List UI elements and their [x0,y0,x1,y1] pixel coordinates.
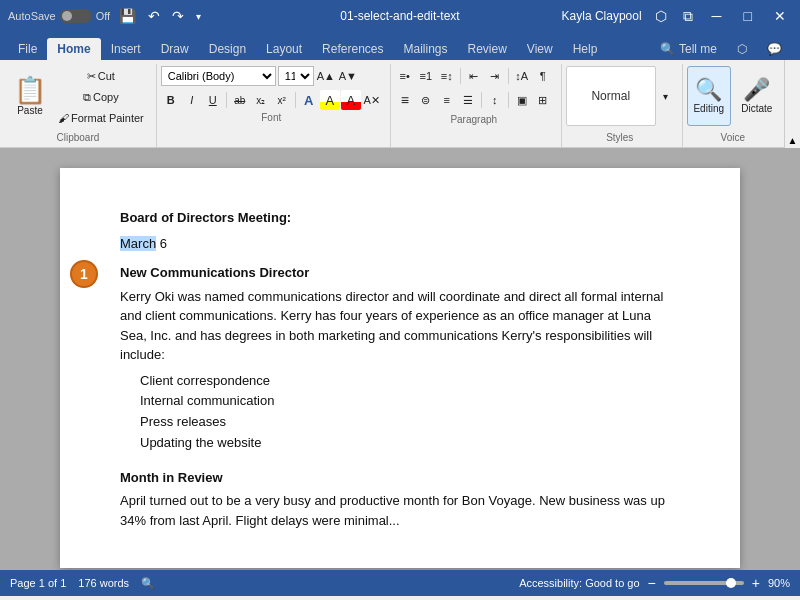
font-size-select[interactable]: 11 [278,66,314,86]
multilevel-list-button[interactable]: ≡↕ [437,66,457,86]
increase-font-button[interactable]: A▲ [316,66,336,86]
paragraph-controls: ≡• ≡1 ≡↕ ⇤ ⇥ ↕A ¶ ≡ ⊜ ≡ ☰ ↕ [395,66,553,112]
bullets-button[interactable]: ≡• [395,66,415,86]
document-list-item-2: Internal communication [120,391,680,412]
document[interactable]: 1 Board of Directors Meeting: March 6 Ne… [60,168,740,568]
document-subheading1: New Communications Director [120,263,680,283]
highlight-button[interactable]: A [320,90,340,110]
annotation-bubble: 1 [70,260,98,288]
editing-button[interactable]: 🔍 Editing [687,66,731,126]
tab-comments[interactable]: 💬 [757,38,792,60]
zoom-level[interactable]: 90% [768,577,790,589]
superscript-button[interactable]: x² [272,90,292,110]
zoom-in-button[interactable]: + [752,575,760,591]
paste-button[interactable]: 📋 Paste [8,66,52,126]
styles-box-area: Normal [566,66,656,126]
tab-insert[interactable]: Insert [101,38,151,60]
ribbon-group-styles: Normal ▾ Styles [562,64,683,147]
tab-references[interactable]: References [312,38,393,60]
tab-help[interactable]: Help [563,38,608,60]
status-right: Accessibility: Good to go − + 90% [519,575,790,591]
dictate-icon: 🎤 [743,79,770,101]
subscript-button[interactable]: x₂ [251,90,271,110]
autosave-toggle[interactable] [60,9,92,23]
search-icon: 🔍 [660,42,675,56]
shading-button[interactable]: ▣ [512,90,532,110]
styles-gallery[interactable]: Normal [566,66,656,126]
undo-icon[interactable]: ↶ [145,6,163,26]
align-left-button[interactable]: ≡ [395,90,415,110]
document-subheading2: Month in Review [120,468,680,488]
ribbon-wrapper: 📋 Paste ✂ Cut ⧉ Copy 🖌 Format Painter Cl… [0,60,800,148]
font-format-row: B I U ab x₂ x² A A A A✕ [161,90,382,110]
document-container: 1 Board of Directors Meeting: March 6 Ne… [0,148,800,570]
numbering-button[interactable]: ≡1 [416,66,436,86]
zoom-out-button[interactable]: − [648,575,656,591]
chevron-up-icon: ▲ [788,135,798,146]
sort-button[interactable]: ↕A [512,66,532,86]
tab-home[interactable]: Home [47,38,100,60]
decrease-indent-button[interactable]: ⇤ [464,66,484,86]
copy-button[interactable]: ⧉ Copy [54,87,148,107]
decrease-font-button[interactable]: A▼ [338,66,358,86]
styles-label: Styles [566,132,674,145]
restore-icon[interactable]: ⧉ [680,6,696,27]
cut-button[interactable]: ✂ Cut [54,66,148,86]
normal-style-label: Normal [591,89,630,103]
tab-file[interactable]: File [8,38,47,60]
tab-design[interactable]: Design [199,38,256,60]
tab-share[interactable]: ⬡ [727,38,757,60]
font-color-button[interactable]: A [341,90,361,110]
document-para2: April turned out to be a very busy and p… [120,491,680,530]
editing-icon: 🔍 [695,79,722,101]
tab-layout[interactable]: Layout [256,38,312,60]
save-icon[interactable]: 💾 [116,6,139,26]
bold-button[interactable]: B [161,90,181,110]
close-button[interactable]: ✕ [768,6,792,26]
autosave-state: Off [96,10,110,22]
italic-button[interactable]: I [182,90,202,110]
tab-view[interactable]: View [517,38,563,60]
sep2 [295,92,296,108]
voice-content: 🔍 Editing 🎤 Dictate [687,66,779,130]
maximize-button[interactable]: □ [738,6,758,26]
document-date: March 6 [120,234,680,254]
tab-tell-me[interactable]: 🔍 Tell me [650,38,727,60]
strikethrough-button[interactable]: ab [230,90,250,110]
format-painter-button[interactable]: 🖌 Format Painter [54,108,148,128]
text-effects-button[interactable]: A [299,90,319,110]
align-center-button[interactable]: ⊜ [416,90,436,110]
tab-draw[interactable]: Draw [151,38,199,60]
styles-launcher-button[interactable]: ▾ [658,66,674,126]
ribbon-tabs: File Home Insert Draw Design Layout Refe… [0,32,800,60]
ribbon: 📋 Paste ✂ Cut ⧉ Copy 🖌 Format Painter Cl… [0,60,800,148]
dropdown-icon[interactable]: ▾ [193,9,204,24]
share-icon[interactable]: ⬡ [652,6,670,26]
redo-icon[interactable]: ↷ [169,6,187,26]
align-right-button[interactable]: ≡ [437,90,457,110]
word-count: 176 words [78,577,129,590]
proofing-icon: 🔍 [141,577,155,590]
clear-formatting-button[interactable]: A✕ [362,90,382,110]
font-family-select[interactable]: Calibri (Body) [161,66,276,86]
autosave-area: AutoSave Off [8,9,110,23]
tab-mailings[interactable]: Mailings [393,38,457,60]
ribbon-collapse-button[interactable]: ▲ [784,60,800,148]
underline-button[interactable]: U [203,90,223,110]
line-spacing-button[interactable]: ↕ [485,90,505,110]
para-row1: ≡• ≡1 ≡↕ ⇤ ⇥ ↕A ¶ [395,66,553,86]
para-sep3 [481,92,482,108]
justify-button[interactable]: ☰ [458,90,478,110]
document-para1: Kerry Oki was named communications direc… [120,287,680,365]
zoom-slider[interactable] [664,581,744,585]
dictate-button[interactable]: 🎤 Dictate [735,66,779,126]
minimize-button[interactable]: ─ [706,6,728,26]
cut-icon: ✂ [87,70,96,83]
status-left: Page 1 of 1 176 words 🔍 [10,577,155,590]
tab-review[interactable]: Review [458,38,517,60]
voice-label: Voice [687,132,779,145]
format-painter-icon: 🖌 [58,112,69,124]
show-formatting-button[interactable]: ¶ [533,66,553,86]
increase-indent-button[interactable]: ⇥ [485,66,505,86]
borders-button[interactable]: ⊞ [533,90,553,110]
